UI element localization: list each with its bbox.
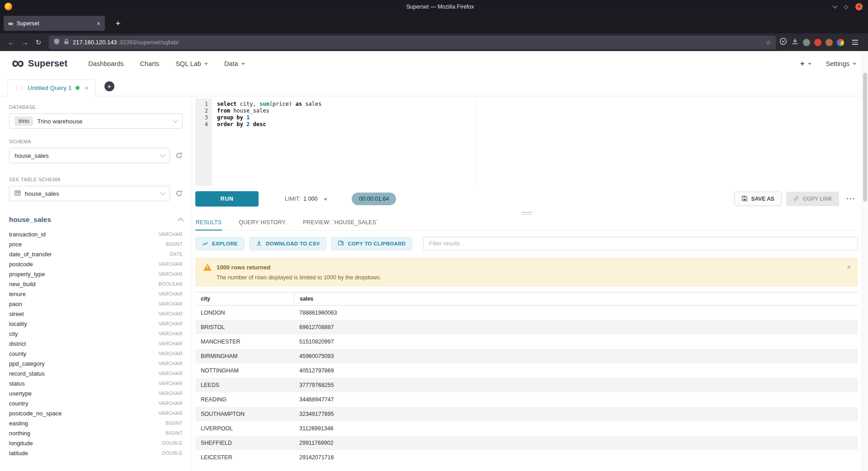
more-actions-icon[interactable]: ··· xyxy=(844,194,858,203)
pane-resize-handle[interactable] xyxy=(195,210,858,217)
table-column-row[interactable]: postcode_no_space VARCHAR xyxy=(9,408,183,418)
nav-sql-lab[interactable]: SQL Lab xyxy=(175,60,208,67)
save-as-button[interactable]: SAVE AS xyxy=(734,192,782,206)
table-row[interactable]: LEEDS 37779768255 xyxy=(195,378,858,392)
collapse-table-icon[interactable] xyxy=(178,218,184,224)
scrollbar-thumb[interactable] xyxy=(863,73,867,202)
copy-clipboard-button[interactable]: COPY TO CLIPBOARD xyxy=(331,237,412,250)
table-column-row[interactable]: district VARCHAR xyxy=(9,339,183,349)
copy-link-button[interactable]: COPY LINK xyxy=(786,192,839,206)
table-column-row[interactable]: street VARCHAR xyxy=(9,309,183,319)
table-column-row[interactable]: status VARCHAR xyxy=(9,378,183,388)
column-name: ppd_category xyxy=(9,360,45,367)
table-row[interactable]: BIRMINGHAM 45960075093 xyxy=(195,349,858,363)
table-column-row[interactable]: price BIGINT xyxy=(9,239,183,249)
tab-preview-house-sales[interactable]: PREVIEW: `HOUSE_SALES` xyxy=(302,217,379,230)
table-schema-select[interactable]: house_sales xyxy=(9,186,170,201)
tab-results[interactable]: RESULTS xyxy=(195,217,222,231)
explore-button[interactable]: EXPLORE xyxy=(195,237,245,250)
query-tab-active[interactable]: ⋮⋮ Untitled Query 1 × xyxy=(7,79,95,96)
table-column-row[interactable]: postcode VARCHAR xyxy=(9,259,183,269)
table-row[interactable]: LEICESTER 29142071716 xyxy=(195,450,858,465)
table-column-row[interactable]: new_build BOOLEAN xyxy=(9,279,183,289)
bookmark-star-icon[interactable]: ☆ xyxy=(765,39,771,46)
window-minimize-icon[interactable] xyxy=(832,3,837,8)
limit-dropdown[interactable]: LIMIT: 1 000 xyxy=(285,196,327,202)
table-column-row[interactable]: transaction_id VARCHAR xyxy=(9,229,183,239)
table-column-row[interactable]: ppd_category VARCHAR xyxy=(9,358,183,368)
table-row[interactable]: READING 34468947747 xyxy=(195,392,858,407)
pocket-icon[interactable] xyxy=(779,38,787,47)
settings-menu[interactable]: Settings xyxy=(826,60,856,67)
app-header: ∞ Superset Dashboards Charts SQL Lab Dat… xyxy=(0,51,868,76)
window-maximize-icon[interactable]: ◇ xyxy=(844,4,848,10)
table-column-row[interactable]: date_of_transfer DATE xyxy=(9,249,183,259)
forward-icon[interactable]: → xyxy=(18,36,32,49)
superset-brand[interactable]: ∞ Superset xyxy=(12,56,67,71)
table-column-row[interactable]: northing BIGINT xyxy=(9,428,183,438)
table-column-row[interactable]: city VARCHAR xyxy=(9,329,183,339)
refresh-schema-icon[interactable] xyxy=(175,152,183,159)
chevron-down-icon xyxy=(160,190,165,195)
nav-dashboards[interactable]: Dashboards xyxy=(88,60,123,67)
run-button[interactable]: RUN xyxy=(195,191,259,207)
column-type: VARCHAR xyxy=(159,381,183,386)
header-sales[interactable]: sales xyxy=(294,292,858,305)
table-column-row[interactable]: easting BIGINT xyxy=(9,418,183,428)
menu-icon[interactable] xyxy=(848,36,862,49)
page-scrollbar[interactable] xyxy=(862,51,868,471)
table-column-row[interactable]: tenure VARCHAR xyxy=(9,289,183,299)
adblock-extension-icon[interactable] xyxy=(814,39,821,46)
table-column-row[interactable]: country VARCHAR xyxy=(9,398,183,408)
table-column-row[interactable]: longitude DOUBLE xyxy=(9,438,183,448)
new-tab-button[interactable]: + xyxy=(111,17,125,30)
table-column-row[interactable]: paon VARCHAR xyxy=(9,299,183,309)
refresh-table-icon[interactable] xyxy=(175,190,183,197)
add-query-tab-button[interactable]: + xyxy=(104,81,114,91)
browser-tab[interactable]: ∞ Superset × xyxy=(4,16,105,31)
nav-charts[interactable]: Charts xyxy=(140,60,159,67)
table-row[interactable]: LIVERPOOL 31126991346 xyxy=(195,421,858,436)
sql-code[interactable]: select city, sum(price) as salesfrom hou… xyxy=(212,99,858,186)
nav-data[interactable]: Data xyxy=(224,60,245,67)
column-name: paon xyxy=(9,301,22,307)
table-column-row[interactable]: usertype VARCHAR xyxy=(9,388,183,398)
table-column-row[interactable]: record_status VARCHAR xyxy=(9,368,183,378)
tab-query-history[interactable]: QUERY HISTORY xyxy=(238,217,286,230)
downloads-icon[interactable] xyxy=(791,38,799,47)
download-csv-button[interactable]: DOWNLOAD TO CSV xyxy=(249,237,326,250)
table-row[interactable]: NOTTINGHAM 40512797869 xyxy=(195,363,858,378)
table-row[interactable]: LONDON 788861960063 xyxy=(195,306,858,320)
table-column-row[interactable]: latitude DOUBLE xyxy=(9,448,183,458)
table-row[interactable]: MANCHESTER 51510820997 xyxy=(195,334,858,349)
table-element-title[interactable]: house_sales xyxy=(9,216,51,224)
extension-icon[interactable] xyxy=(837,39,844,46)
lock-icon[interactable] xyxy=(64,38,69,46)
sql-editor[interactable]: 1234 select city, sum(price) as salesfro… xyxy=(195,99,858,186)
add-new-button[interactable]: + xyxy=(800,59,811,68)
table-row[interactable]: SHEFFIELD 29911769902 xyxy=(195,436,858,450)
header-city[interactable]: city xyxy=(195,292,294,305)
reload-icon[interactable]: ↻ xyxy=(32,36,45,49)
tab-close-icon[interactable]: × xyxy=(97,20,100,27)
database-name: Trino warehouse xyxy=(37,118,82,125)
extension-icon[interactable] xyxy=(803,39,810,46)
results-table-header: city sales xyxy=(195,292,858,306)
column-name: postcode_no_space xyxy=(9,410,61,417)
back-icon[interactable]: ← xyxy=(5,36,18,49)
window-close-icon[interactable]: × xyxy=(855,3,863,10)
tracking-shield-icon[interactable] xyxy=(53,38,60,47)
alert-close-icon[interactable]: × xyxy=(847,263,851,271)
filter-results-input[interactable] xyxy=(423,237,858,250)
table-column-row[interactable]: property_type VARCHAR xyxy=(9,269,183,279)
table-column-row[interactable]: locality VARCHAR xyxy=(9,319,183,329)
table-row[interactable]: BRISTOL 69612708887 xyxy=(195,320,858,334)
table-row[interactable]: SOUTHAMPTON 32349177895 xyxy=(195,407,858,421)
url-bar[interactable]: 217.160.120.143 :32393/superset/sqllab/ … xyxy=(49,36,776,49)
schema-select[interactable]: house_sales xyxy=(9,148,170,163)
query-tab-close-icon[interactable]: × xyxy=(85,85,89,92)
database-select[interactable]: trino Trino warehouse xyxy=(9,113,183,129)
brand-name: Superset xyxy=(28,58,67,69)
extension-icon[interactable] xyxy=(826,39,833,46)
table-column-row[interactable]: county VARCHAR xyxy=(9,349,183,358)
